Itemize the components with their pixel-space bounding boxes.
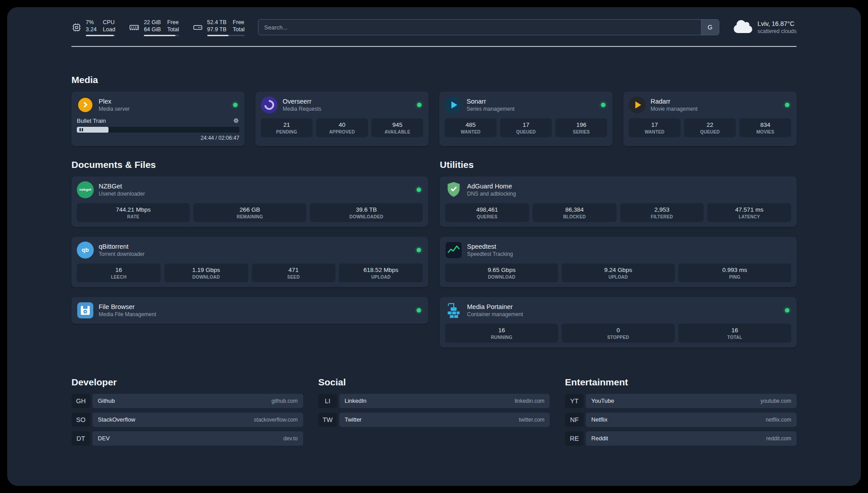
sonarr-icon <box>445 96 462 113</box>
service-subtitle: Series management <box>467 106 514 112</box>
portainer-icon <box>445 302 462 319</box>
stat-latency: 47.571 ms LATENCY <box>707 203 791 222</box>
service-card-nzbget[interactable]: nzbget NZBGet Usenet downloader 744.21 M… <box>71 176 428 227</box>
service-card-sonarr[interactable]: Sonarr Series management 485 WANTED 17 Q… <box>439 92 613 146</box>
stat-available: 945 AVAILABLE <box>371 118 423 137</box>
service-card-speedtest[interactable]: Speedtest Speedtest Tracking 9.65 Gbps D… <box>440 237 797 287</box>
bookmark-dev[interactable]: DT DEV dev.to <box>71 431 303 446</box>
bookmark-stackoverflow[interactable]: SO StackOverflow stackoverflow.com <box>71 413 303 427</box>
search-input[interactable] <box>259 20 701 35</box>
stat-upload: 9.24 Gbps UPLOAD <box>562 263 675 282</box>
bookmark-abbr: SO <box>71 413 90 427</box>
section-title-developer: Developer <box>71 377 303 388</box>
plex-progress-bar[interactable] <box>77 127 239 133</box>
status-dot <box>785 308 789 313</box>
resource-widget-disk: 52.4 TB 97.9 TB Free Total <box>192 19 245 36</box>
cpu-labels: CPU Load <box>103 19 115 33</box>
stat-filtered: 2,953 FILTERED <box>620 203 704 222</box>
disk-labels: Free Total <box>233 19 244 33</box>
stat-ping: 0.993 ms PING <box>678 263 791 282</box>
topbar-divider <box>71 46 797 47</box>
card-header: Media Portainer Container management <box>445 302 791 319</box>
bookmark-bar: Netflix netflix.com <box>586 413 797 427</box>
stat-total: 16 TOTAL <box>678 324 791 343</box>
service-card-qbittorrent[interactable]: qb qBittorrent Torrent downloader 16 LEE… <box>71 237 428 287</box>
stat-movies: 834 MOVIES <box>739 118 791 137</box>
stat-blocked: 86,384 BLOCKED <box>533 203 617 222</box>
bookmark-name: DEV <box>98 435 110 442</box>
bookmark-netflix[interactable]: NF Netflix netflix.com <box>565 413 797 427</box>
stat-remaining: 266 GB REMAINING <box>193 203 306 222</box>
cpu-usage: 7% <box>86 19 96 26</box>
service-card-overseerr[interactable]: Overseerr Media Requests 21 PENDING 40 A… <box>255 92 429 146</box>
stat-queued: 22 QUEUED <box>684 118 736 137</box>
search-provider-button[interactable]: G <box>701 20 719 35</box>
bookmark-abbr: GH <box>71 394 90 408</box>
stat-approved: 40 APPROVED <box>316 118 368 137</box>
service-card-plex[interactable]: Plex Media server Bullet Train <box>71 92 245 146</box>
bookmark-group-entertainment: Entertainment YT YouTube youtube.com NF … <box>565 377 797 450</box>
service-subtitle: Media File Management <box>99 311 156 318</box>
card-header: Radarr Movie management <box>629 96 791 113</box>
plex-icon <box>77 96 94 113</box>
stat-wanted: 485 WANTED <box>445 118 497 137</box>
service-name: Sonarr <box>467 98 514 105</box>
resource-widget-memory: 22 GiB 64 GiB Free Total <box>129 19 179 36</box>
bookmark-name: StackOverflow <box>98 416 135 423</box>
gear-icon[interactable] <box>233 117 239 124</box>
bookmark-reddit[interactable]: RE Reddit reddit.com <box>565 431 797 446</box>
bookmark-github[interactable]: GH Github github.com <box>71 394 303 408</box>
stat-seed: 471 SEED <box>252 263 336 282</box>
disk-icon <box>192 22 203 33</box>
disk-label-bottom: Total <box>233 26 244 33</box>
bookmark-linkedin[interactable]: LI LinkedIn linkedin.com <box>318 394 550 408</box>
bookmark-twitter[interactable]: TW Twitter twitter.com <box>318 413 550 427</box>
adguard-icon <box>445 181 462 198</box>
weather-location: Lviv, 16.87°C <box>758 20 797 27</box>
bookmark-name: LinkedIn <box>345 397 367 404</box>
bookmark-name: Netflix <box>591 416 607 423</box>
stat-download: 1.19 Gbps DOWNLOAD <box>164 263 248 282</box>
cpu-load: 3.24 <box>86 26 96 33</box>
search-bar[interactable]: G <box>258 19 719 35</box>
cpu-label-top: CPU <box>103 19 115 26</box>
service-subtitle: DNS and adblocking <box>467 191 516 197</box>
bookmark-url: youtube.com <box>760 398 791 404</box>
cpu-label-bottom: Load <box>103 26 115 33</box>
service-name: NZBGet <box>99 183 145 190</box>
status-dot <box>417 308 421 313</box>
dashboard-app: 7% 3.24 CPU Load <box>7 7 861 486</box>
bookmark-youtube[interactable]: YT YouTube youtube.com <box>565 394 797 408</box>
stat-downloaded: 39.6 TB DOWNLOADED <box>310 203 423 222</box>
pause-icon[interactable] <box>79 128 83 131</box>
status-dot <box>785 103 789 107</box>
bookmark-name: YouTube <box>591 397 614 404</box>
overseerr-icon <box>261 96 278 113</box>
section-media: Media Plex Media server Bullet Tra <box>71 75 797 146</box>
service-subtitle: Speedtest Tracking <box>467 251 513 257</box>
card-header: AdGuard Home DNS and adblocking <box>445 181 791 198</box>
service-card-radarr[interactable]: Radarr Movie management 17 WANTED 22 QUE… <box>623 92 797 146</box>
status-dot <box>417 248 421 252</box>
bookmark-name: Reddit <box>591 435 608 442</box>
bookmark-abbr: YT <box>565 394 584 408</box>
section-utilities: Utilities AdGuard Home <box>440 159 797 347</box>
service-subtitle: Torrent downloader <box>99 251 145 257</box>
service-subtitle: Media server <box>99 106 129 112</box>
speedtest-icon <box>445 242 462 259</box>
service-card-filebrowser[interactable]: File Browser Media File Management <box>71 297 428 324</box>
filebrowser-icon <box>77 302 94 319</box>
service-name: Speedtest <box>467 243 513 250</box>
service-card-adguard[interactable]: AdGuard Home DNS and adblocking 498,461 … <box>440 176 797 227</box>
service-subtitle: Usenet downloader <box>99 191 145 197</box>
service-card-portainer[interactable]: Media Portainer Container management 16 … <box>440 297 797 347</box>
nzbget-icon: nzbget <box>77 181 94 198</box>
radarr-icon <box>629 96 646 113</box>
bookmark-url: stackoverflow.com <box>254 417 298 423</box>
bookmark-name: Twitter <box>345 416 362 423</box>
bookmark-group-developer: Developer GH Github github.com SO StackO… <box>71 377 303 450</box>
memory-values: 22 GiB 64 GiB <box>144 19 161 33</box>
bookmark-bar: Reddit reddit.com <box>586 431 797 446</box>
disk-total: 97.9 TB <box>207 26 227 33</box>
bookmark-group-social: Social LI LinkedIn linkedin.com TW Twitt… <box>318 377 550 450</box>
